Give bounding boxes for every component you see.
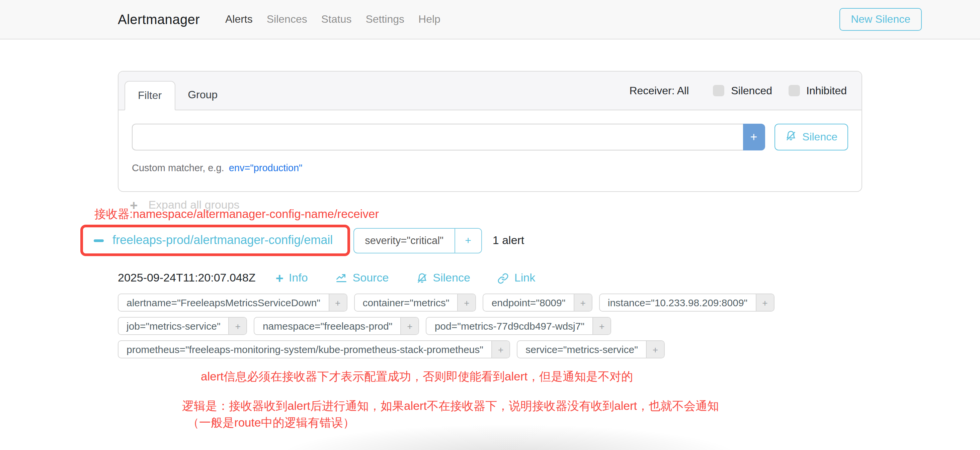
alertmanager-brand[interactable]: Alertmanager [118,12,200,27]
new-silence-button[interactable]: New Silence [839,8,922,31]
nav-item-status[interactable]: Status [321,13,352,25]
label-chip-plus-button[interactable]: + [646,341,664,358]
alert-timestamp: 2025-09-24T11:20:07.048Z [118,271,255,285]
custom-matcher-help-text: Custom matcher, e.g. [132,163,224,173]
inhibited-checkbox[interactable] [788,85,800,96]
logic-annotation-text: 逻辑是：接收器收到alert后进行通知，如果alert不在接收器下，说明接收器没… [182,398,719,431]
silenced-checkbox[interactable] [713,85,724,96]
alert-action-silence[interactable]: Silence [416,271,470,285]
label-chip-plus-button[interactable]: + [457,294,475,311]
filter-tabs: Filter Group [124,81,230,110]
source-action-label: Source [353,271,389,285]
tab-filter[interactable]: Filter [124,81,175,110]
filter-panel: Filter Group Receiver: All Silenced Inhi… [118,71,862,192]
label-chip-text[interactable]: container="metrics" [355,294,457,311]
collapse-group-icon[interactable] [94,239,104,242]
alert-labels: alertname="FreeleapsMetricsServiceDown" … [118,293,775,364]
annotation-highlight-box: freeleaps-prod/alertmanager-config/email [80,225,350,256]
alert-action-link[interactable]: Link [498,271,535,285]
label-chip: pod="metrics-77d9cdb497-wdsj7" + [426,317,611,335]
label-chip: instance="10.233.98.209:8009" + [599,293,775,312]
plus-icon: + [275,271,283,285]
alert-action-info[interactable]: + Info [275,271,308,285]
silence-button-label: Silence [802,131,837,143]
logic-annotation-line2: （一般是route中的逻辑有错误） [182,415,719,431]
label-chip: namespace="freeleaps-prod" + [254,317,419,335]
tab-group[interactable]: Group [175,81,230,110]
label-chip: job="metrics-service" + [118,317,247,335]
label-chip: prometheus="freeleaps-monitoring-system/… [118,340,510,358]
alert-action-source[interactable]: Source [336,271,389,285]
link-icon [498,273,509,284]
label-chip: endpoint="8009" + [483,293,592,312]
label-chip: container="metrics" + [354,293,476,312]
alertmanager-page: Alertmanager Alerts Silences Status Sett… [0,0,980,450]
label-chip-text[interactable]: prometheus="freeleaps-monitoring-system/… [118,341,492,358]
link-action-label: Link [514,271,535,285]
receiver-filter-label[interactable]: Receiver: All [629,85,689,97]
main-nav: Alerts Silences Status Settings Help [225,13,441,25]
label-chip: service="metrics-service" + [517,340,665,358]
label-chip-plus-button[interactable]: + [229,318,247,334]
label-chip-plus-button[interactable]: + [573,294,592,311]
silenced-label: Silenced [731,85,772,97]
filter-header-controls: Receiver: All Silenced Inhibited [629,85,847,97]
bell-slash-icon [416,273,427,284]
inhibited-toggle[interactable]: Inhibited [788,85,847,97]
label-chip-text[interactable]: endpoint="8009" [484,294,574,311]
label-chip-plus-button[interactable]: + [328,294,347,311]
nav-item-alerts[interactable]: Alerts [225,13,253,25]
silence-action-label: Silence [433,271,470,285]
bell-slash-icon [785,130,796,144]
nav-item-help[interactable]: Help [418,13,441,25]
nav-item-settings[interactable]: Settings [366,13,404,25]
alert-count: 1 alert [493,234,525,247]
group-matcher-plus-button[interactable]: + [454,228,481,252]
filter-panel-body: + Silence Custom matcher, e.g.env="produ… [118,110,862,191]
label-chip-row: job="metrics-service" + namespace="freel… [118,317,775,335]
label-chip-row: alertname="FreeleapsMetricsServiceDown" … [118,293,775,312]
label-chip-text[interactable]: service="metrics-service" [517,341,646,358]
nav-item-silences[interactable]: Silences [267,13,307,25]
info-action-label: Info [289,271,308,285]
inhibited-label: Inhibited [806,85,847,97]
receiver-group-row: freeleaps-prod/alertmanager-config/email… [80,225,524,256]
receiver-group-name[interactable]: freeleaps-prod/alertmanager-config/email [113,233,333,247]
label-chip-text[interactable]: instance="10.233.98.209:8009" [600,294,756,311]
matcher-example-link[interactable]: env="production" [229,163,302,173]
custom-matcher-help: Custom matcher, e.g.env="production" [132,163,848,173]
label-chip-text[interactable]: alertname="FreeleapsMetricsServiceDown" [118,294,328,311]
config-annotation-text: alert信息必须在接收器下才表示配置成功，否则即使能看到alert，但是通知是… [201,368,633,385]
chart-line-icon [336,272,347,284]
label-chip-plus-button[interactable]: + [756,294,773,311]
group-matcher-chip: severity="critical" + [353,228,482,253]
receiver-annotation-text: 接收器:namespace/altermanager-config-name/r… [94,206,379,222]
silenced-toggle[interactable]: Silenced [713,85,772,97]
label-chip-text[interactable]: namespace="freeleaps-prod" [255,318,400,334]
label-chip-text[interactable]: job="metrics-service" [118,318,229,334]
label-chip-row: prometheus="freeleaps-monitoring-system/… [118,340,775,358]
label-chip-plus-button[interactable]: + [592,318,611,334]
silence-button[interactable]: Silence [774,124,848,151]
add-matcher-button[interactable]: + [743,124,765,151]
label-chip: alertname="FreeleapsMetricsServiceDown" … [118,293,347,312]
group-matcher-label[interactable]: severity="critical" [354,228,454,252]
navbar: Alertmanager Alerts Silences Status Sett… [0,0,980,40]
alert-header-row: 2025-09-24T11:20:07.048Z + Info Source [118,271,563,285]
label-chip-plus-button[interactable]: + [492,341,509,358]
filter-panel-header: Filter Group Receiver: All Silenced Inhi… [118,71,862,110]
matcher-input[interactable] [132,124,743,151]
label-chip-text[interactable]: pod="metrics-77d9cdb497-wdsj7" [427,318,592,334]
label-chip-plus-button[interactable]: + [400,318,418,334]
matcher-input-row: + Silence [132,124,848,151]
logic-annotation-line1: 逻辑是：接收器收到alert后进行通知，如果alert不在接收器下，说明接收器没… [182,398,719,415]
